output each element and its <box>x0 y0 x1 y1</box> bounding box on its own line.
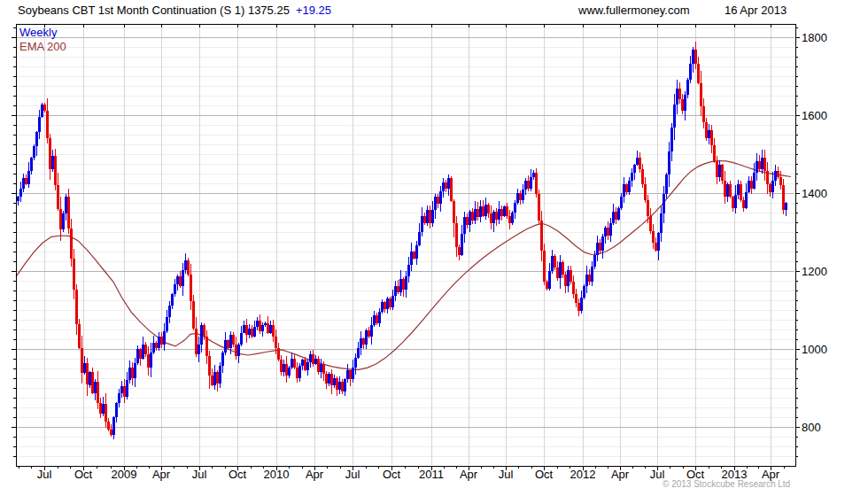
x-axis-label: Jul <box>192 468 207 481</box>
axis-ticks <box>12 24 800 470</box>
x-axis-label: 2012 <box>570 468 596 481</box>
x-axis-label: Apr <box>611 468 630 481</box>
y-axis-label: 1200 <box>802 265 827 278</box>
x-axis-label: Apr <box>306 468 324 481</box>
x-axis-label: Oct <box>229 468 247 481</box>
x-axis-label: 2010 <box>264 468 290 481</box>
copyright-notice: © 2013 Stockcube Research Ltd <box>663 479 790 489</box>
x-axis-label: 2011 <box>419 468 444 481</box>
y-axis-label: 1800 <box>802 31 827 44</box>
x-axis-label: Oct <box>383 468 401 481</box>
x-axis-label: Apr <box>460 468 478 481</box>
x-axis-label: Apr <box>152 468 171 481</box>
x-axis-label: 2009 <box>112 468 137 481</box>
legend: Weekly EMA 200 <box>19 26 66 54</box>
x-axis-label: Oct <box>74 468 93 481</box>
legend-weekly: Weekly <box>19 26 66 40</box>
x-axis-label: Jul <box>345 468 360 481</box>
chart-window: Soybeans CBT 1st Month Continuation (S 1… <box>0 0 868 496</box>
price-chart[interactable]: 80010001200140016001800JulOct2009AprJulO… <box>0 0 868 496</box>
weekly-candles <box>17 42 787 439</box>
y-axis-label: 1400 <box>802 187 827 200</box>
x-axis-label: Oct <box>535 468 554 481</box>
y-axis-label: 1000 <box>802 343 827 356</box>
x-axis-label: Jul <box>37 468 52 481</box>
y-axis-label: 1600 <box>802 109 827 122</box>
ema-200-line <box>16 161 791 370</box>
legend-ema: EMA 200 <box>19 40 66 54</box>
x-axis-label: Jul <box>499 468 514 481</box>
y-axis-label: 800 <box>802 421 821 434</box>
